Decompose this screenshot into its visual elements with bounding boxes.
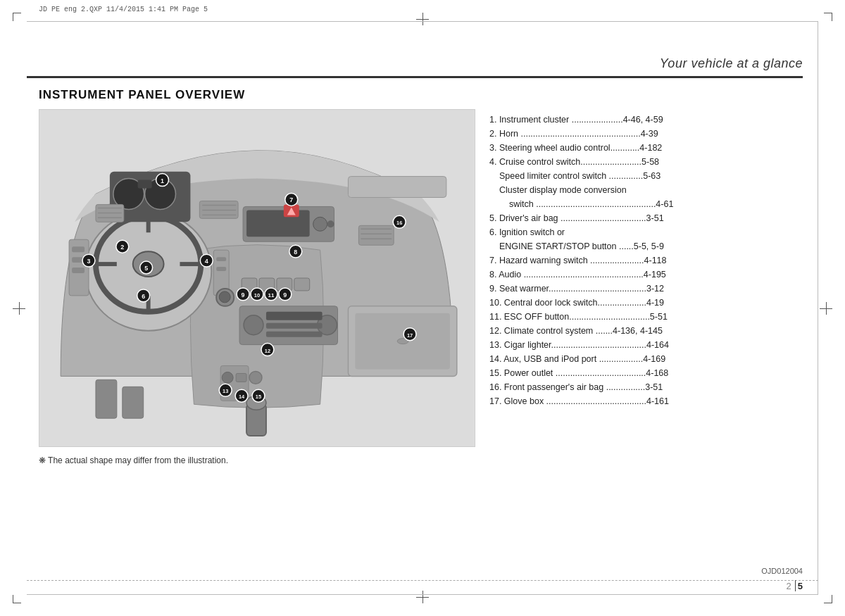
page-divider [795,580,796,591]
svg-point-38 [222,372,233,383]
svg-point-40 [249,371,262,384]
item-text: 12. Climate control system .......4-136,… [489,324,663,338]
svg-text:9: 9 [242,291,245,298]
svg-rect-60 [123,386,144,418]
item-text: 5. Driver's air bag ....................… [489,211,664,225]
list-item: 3. Steering wheel audio control.........… [489,141,806,155]
item-text: 17. Glove box ..........................… [489,394,669,408]
list-item: 1. Instrument cluster ..................… [489,113,806,127]
svg-text:11: 11 [268,292,274,298]
item-text: 9. Seat warmer..........................… [489,282,664,296]
image-panel: 1 2 3 4 5 6 7 [39,109,475,577]
right-border [818,21,818,595]
item-text: Cluster display mode conversion [499,183,627,197]
list-item: 11. ESC OFF button......................… [489,310,806,324]
list-item: 14. Aux, USB and iPod port .............… [489,352,806,366]
dashboard-diagram: 1 2 3 4 5 6 7 [39,109,475,447]
list-item: 9. Seat warmer..........................… [489,282,806,296]
svg-rect-39 [236,373,246,382]
list-item: 16. Front passenger's air bag ..........… [489,380,806,394]
list-item: 4. Cruise control switch................… [489,155,806,169]
bottom-border [27,594,818,595]
corner-bracket-br [824,595,832,603]
svg-text:9: 9 [283,291,287,298]
item-text: 7. Hazard warning switch ...............… [489,253,667,268]
svg-rect-43 [348,177,446,198]
svg-text:14: 14 [239,394,245,400]
list-item: switch .................................… [489,197,806,211]
crosshair-right [820,302,832,315]
item-text: 8. Audio ...............................… [489,268,666,282]
item-text: 2. Horn ................................… [489,127,658,141]
svg-text:4: 4 [205,258,208,265]
item-text: 6. Ignition switch or [489,225,565,239]
svg-text:17: 17 [407,332,413,339]
svg-text:8: 8 [294,249,297,256]
item-text: 15. Power outlet .......................… [489,366,668,380]
svg-text:10: 10 [254,292,260,298]
corner-bracket-tl [13,13,21,21]
svg-text:6: 6 [142,293,145,300]
list-item: 6. Ignition switch or [489,225,806,239]
svg-point-36 [219,291,230,303]
svg-text:7: 7 [289,196,293,203]
list-item: Speed limiter control switch ...........… [489,169,806,183]
svg-rect-13 [216,257,226,261]
svg-text:12: 12 [265,348,270,354]
dashed-separator [27,580,818,581]
svg-rect-29 [266,323,323,329]
svg-point-21 [313,217,327,231]
svg-text:13: 13 [223,388,228,394]
svg-point-26 [244,315,263,335]
list-item: 12. Climate control system .......4-136,… [489,324,806,338]
list-item: 7. Hazard warning switch ...............… [489,253,806,268]
item-text: switch .................................… [509,197,673,211]
dashboard-svg: 1 2 3 4 5 6 7 [39,110,475,446]
svg-rect-11 [72,268,84,273]
section-header-line [27,76,803,78]
svg-rect-14 [216,267,226,271]
item-text: 3. Steering wheel audio control.........… [489,141,662,155]
item-text: 1. Instrument cluster ..................… [489,113,663,127]
content-area: 1 2 3 4 5 6 7 [39,109,806,577]
svg-text:16: 16 [396,220,402,226]
list-item: ENGINE START/STOP button ......5-5, 5-9 [489,239,806,253]
list-item: 8. Audio ...............................… [489,268,806,282]
svg-rect-30 [266,332,323,337]
footnote: ❋ The actual shape may differ from the i… [39,455,475,465]
item-text: 10. Central door lock switch............… [489,296,664,310]
svg-rect-59 [96,379,117,418]
svg-point-22 [327,220,334,227]
svg-text:5: 5 [144,265,148,272]
list-item: 2. Horn ................................… [489,127,806,141]
list-item: 5. Driver's air bag ....................… [489,211,806,225]
svg-rect-28 [266,312,323,320]
items-panel: 1. Instrument cluster ..................… [489,109,806,577]
list-item: 15. Power outlet .......................… [489,366,806,380]
svg-text:2: 2 [120,244,124,251]
list-item: 13. Cigar lighter.......................… [489,338,806,352]
print-info: JD PE eng 2.QXP 11/4/2015 1:41 PM Page 5 [39,6,208,13]
corner-bracket-bl [13,595,21,603]
crosshair-bottom [416,591,429,603]
item-text: Speed limiter control switch ...........… [499,169,661,183]
svg-rect-34 [294,278,310,291]
svg-text:15: 15 [256,394,261,400]
list-item: 17. Glove box ..........................… [489,394,806,408]
page-footer: 2 5 [787,580,803,591]
svg-rect-44 [358,225,394,245]
list-item: 10. Central door lock switch............… [489,296,806,310]
crosshair-left [13,302,25,315]
svg-rect-18 [138,180,152,189]
item-text: 11. ESC OFF button......................… [489,310,668,324]
svg-rect-20 [246,210,310,237]
item-text: 13. Cigar lighter.......................… [489,338,669,352]
item-text: 16. Front passenger's air bag ..........… [489,380,663,394]
item-text: ENGINE START/STOP button ......5-5, 5-9 [499,239,664,253]
corner-bracket-tr [824,13,832,21]
crosshair-top [416,13,429,25]
list-item: Cluster display mode conversion [489,183,806,197]
svg-rect-9 [72,246,84,252]
item-text: 4. Cruise control switch................… [489,155,659,169]
svg-text:1: 1 [161,177,164,184]
